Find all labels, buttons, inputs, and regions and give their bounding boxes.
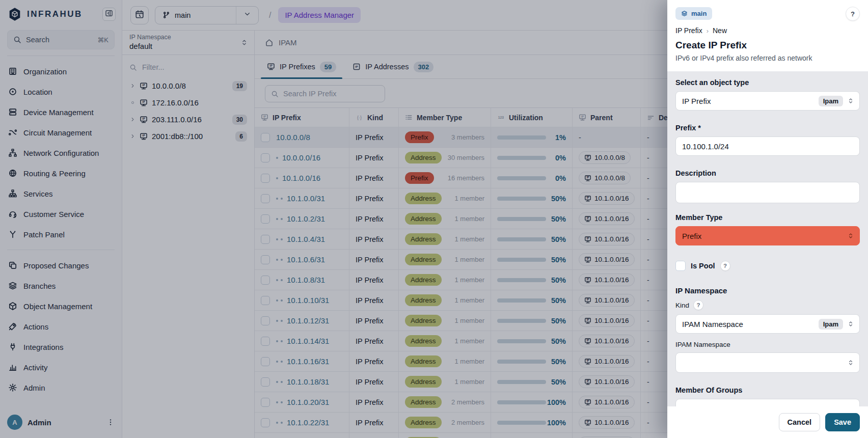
create-ip-prefix-drawer: main ? IP Prefix › New Create IP Prefix … xyxy=(667,0,868,438)
member-type-label: Member Type xyxy=(675,213,860,222)
chevron-right-separator: › xyxy=(707,27,709,35)
drawer-subtitle: IPv6 or IPv4 prefix also referred as net… xyxy=(675,54,860,62)
save-button[interactable]: Save xyxy=(825,413,860,431)
is-pool-row: Is Pool ? xyxy=(675,261,860,271)
layers-icon xyxy=(681,10,688,17)
prefix-field-input[interactable]: 10.100.1.0/24 xyxy=(675,136,860,156)
is-pool-checkbox[interactable] xyxy=(675,261,686,271)
drawer-breadcrumb-parent[interactable]: IP Prefix xyxy=(675,26,702,35)
kind-label-row: Kind ? xyxy=(675,300,860,310)
object-type-value: IP Prefix xyxy=(682,97,815,105)
prefix-field-label: Prefix * xyxy=(675,124,860,132)
app-window: INFRAHUB Search ⌘K OrganizationLocationD… xyxy=(0,0,868,438)
drawer-title: Create IP Prefix xyxy=(675,40,860,51)
branch-badge: main xyxy=(675,7,712,20)
kind-select[interactable]: IPAM Namespace Ipam xyxy=(675,314,860,334)
member-of-groups-select[interactable] xyxy=(675,399,860,406)
ipam-namespace-label: IPAM Namespace xyxy=(675,341,860,348)
chevrons-updown-icon xyxy=(847,359,854,366)
ipam-badge: Ipam xyxy=(819,319,843,330)
drawer-footer: Cancel Save xyxy=(667,406,868,438)
drawer-breadcrumb-current: New xyxy=(713,26,727,35)
prefix-field-value: 10.100.1.0/24 xyxy=(682,142,729,151)
help-button[interactable]: ? xyxy=(846,7,860,21)
kind-help-button[interactable]: ? xyxy=(693,300,703,310)
cancel-button[interactable]: Cancel xyxy=(779,413,821,431)
chevrons-updown-icon xyxy=(847,232,854,239)
drawer-breadcrumb: IP Prefix › New xyxy=(675,26,860,35)
ipam-namespace-select[interactable] xyxy=(675,352,860,373)
is-pool-help-button[interactable]: ? xyxy=(720,261,730,271)
object-type-label: Select an object type xyxy=(675,78,860,87)
branch-badge-label: main xyxy=(691,10,707,17)
kind-value: IPAM Namespace xyxy=(682,320,815,328)
member-type-select[interactable]: Prefix xyxy=(675,226,860,245)
ipam-badge: Ipam xyxy=(819,96,843,106)
is-pool-label: Is Pool xyxy=(691,262,715,270)
object-type-select[interactable]: IP Prefix Ipam xyxy=(675,91,860,111)
description-field-label: Description xyxy=(675,169,860,177)
chevrons-updown-icon xyxy=(847,97,854,104)
chevrons-updown-icon xyxy=(847,320,854,327)
ip-namespace-section-heading: IP Namespace xyxy=(675,286,860,295)
member-of-groups-label: Member Of Groups xyxy=(675,386,860,394)
member-type-value: Prefix xyxy=(682,232,843,240)
drawer-header: main ? IP Prefix › New Create IP Prefix … xyxy=(667,0,868,71)
kind-label: Kind xyxy=(675,302,689,309)
drawer-form: Select an object type IP Prefix Ipam Pre… xyxy=(667,71,868,406)
description-field-input[interactable] xyxy=(675,182,860,203)
